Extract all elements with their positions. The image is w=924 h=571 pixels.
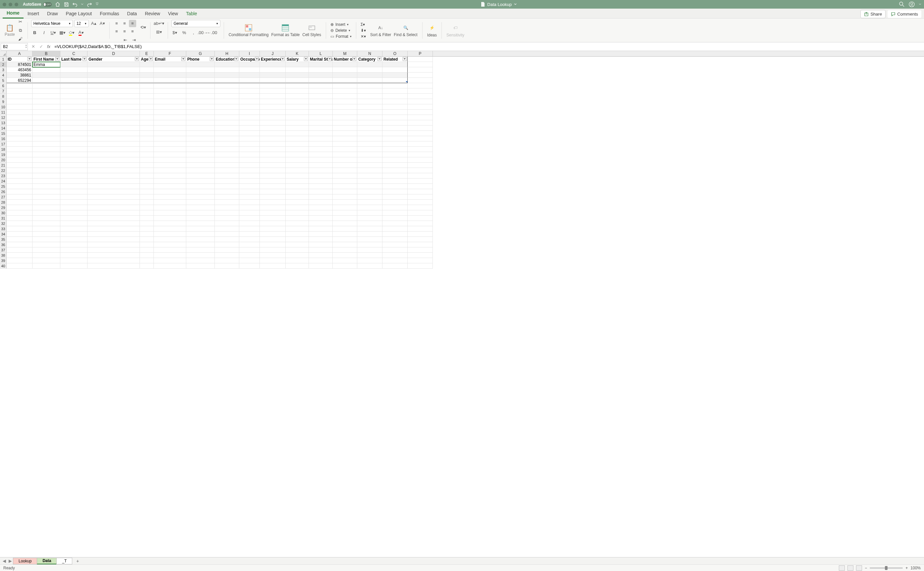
cells-group: ⊕Insert▾ ⊖Delete▾ ▭Format▾ (327, 20, 355, 41)
find-select-button[interactable]: 🔍 Find & Select (392, 23, 419, 37)
ideas-icon: ⚡ (427, 23, 436, 32)
decrease-indent-icon[interactable]: ⇤ (122, 36, 129, 44)
autosave-toggle[interactable]: OFF (43, 2, 52, 7)
window-controls (3, 3, 18, 6)
search-icon[interactable] (899, 2, 905, 7)
align-middle-icon[interactable]: ≡ (121, 20, 128, 27)
undo-dropdown-icon[interactable] (81, 2, 84, 7)
comma-icon[interactable]: , (190, 29, 197, 36)
tab-home[interactable]: Home (3, 8, 23, 19)
account-dropdown-icon[interactable] (919, 3, 921, 6)
minimize-window-button[interactable] (9, 3, 12, 6)
font-name-select[interactable]: Helvetica Neue▾ (31, 20, 73, 27)
svg-rect-7 (282, 25, 289, 26)
tab-insert[interactable]: Insert (23, 9, 43, 18)
svg-point-2 (911, 3, 913, 5)
autosum-button[interactable]: Σ▾ (360, 22, 367, 27)
ideas-button[interactable]: ⚡ Ideas (426, 23, 438, 37)
tab-review[interactable]: Review (141, 9, 164, 18)
share-button[interactable]: Share (861, 10, 885, 18)
share-icon (864, 12, 869, 17)
confirm-formula-icon[interactable]: ✓ (37, 43, 45, 50)
save-icon[interactable] (63, 2, 69, 7)
format-as-table-button[interactable]: Format as Table (270, 23, 301, 37)
font-group: Helvetica Neue▾ 12▾ A▴ A▾ B I U▾ ▦▾ ◇▾ A… (28, 20, 109, 41)
tab-table[interactable]: Table (182, 9, 201, 18)
ideas-group: ⚡ Ideas (423, 20, 441, 41)
align-bottom-icon[interactable]: ≡ (129, 20, 136, 27)
fill-color-button[interactable]: ◇▾ (68, 29, 76, 36)
comments-button[interactable]: Comments (888, 10, 921, 18)
home-icon[interactable] (55, 2, 60, 7)
underline-button[interactable]: U▾ (50, 29, 57, 36)
sensitivity-group: 🏷 Sensitivity (443, 20, 468, 41)
redo-icon[interactable] (87, 2, 92, 7)
paste-label: Paste (5, 32, 15, 37)
svg-rect-4 (246, 25, 248, 28)
alignment-group: ≡ ≡ ≡ ≡ ≡ ≡ ⟲▾ ⇤ ⇥ (110, 20, 150, 41)
cancel-formula-icon[interactable]: ✕ (29, 43, 37, 50)
tab-data[interactable]: Data (123, 9, 141, 18)
name-box-spinner[interactable]: ▴▾ (26, 44, 27, 48)
align-left-icon[interactable]: ≡ (113, 28, 120, 35)
cell-styles-icon (308, 23, 316, 32)
align-center-icon[interactable]: ≡ (121, 28, 128, 35)
italic-button[interactable]: I (40, 29, 48, 36)
qat-customize-icon[interactable] (96, 2, 99, 7)
name-box[interactable]: B2 ▴▾ (1, 43, 28, 50)
svg-point-0 (899, 2, 903, 5)
find-select-icon: 🔍 (401, 23, 410, 32)
sort-filter-button[interactable]: A↓ Sort & Filter (369, 23, 392, 37)
number-format-select[interactable]: General▾ (171, 20, 220, 27)
font-size-select[interactable]: 12▾ (74, 20, 89, 27)
account-icon[interactable] (909, 2, 915, 7)
border-button[interactable]: ▦▾ (59, 29, 66, 36)
increase-font-icon[interactable]: A▴ (90, 20, 98, 27)
bold-button[interactable]: B (31, 29, 39, 36)
sensitivity-button[interactable]: 🏷 Sensitivity (445, 23, 466, 37)
paste-button[interactable]: 📋 Paste (5, 24, 15, 37)
delete-cells-button[interactable]: ⊖Delete▾ (330, 28, 353, 33)
increase-decimal-icon[interactable]: .00→ (199, 29, 206, 36)
fill-button[interactable]: ⬇▾ (360, 28, 367, 33)
fx-label[interactable]: fx (47, 44, 50, 49)
cell-styles-button[interactable]: Cell Styles (301, 23, 322, 37)
currency-icon[interactable]: $▾ (171, 29, 179, 36)
orientation-icon[interactable]: ⟲▾ (139, 24, 147, 31)
format-cells-button[interactable]: ▭Format▾ (330, 34, 353, 39)
document-title: Data Lookup (487, 2, 512, 7)
font-color-button[interactable]: A▾ (77, 29, 85, 36)
tab-formulas[interactable]: Formulas (96, 9, 123, 18)
merge-cells-icon[interactable]: ⊞▾ (154, 28, 164, 36)
title-dropdown-icon[interactable] (514, 3, 517, 6)
formula-input[interactable] (53, 43, 924, 50)
cut-icon[interactable]: ✂ (17, 18, 24, 26)
document-title-area: Data Lookup (99, 2, 899, 7)
autosave-state: OFF (46, 3, 51, 6)
copy-icon[interactable]: ⧉ (17, 27, 24, 34)
wrap-text-icon[interactable]: ab↵▾ (154, 20, 164, 27)
conditional-formatting-button[interactable]: Conditional Formatting (228, 23, 270, 37)
close-window-button[interactable] (3, 3, 6, 6)
paste-icon: 📋 (6, 24, 14, 32)
formula-bar: B2 ▴▾ ✕ ✓ fx (0, 42, 924, 51)
format-painter-icon[interactable]: 🖌 (17, 35, 24, 43)
insert-cells-button[interactable]: ⊕Insert▾ (330, 22, 353, 27)
tab-draw[interactable]: Draw (43, 9, 62, 18)
percent-icon[interactable]: % (181, 29, 188, 36)
tab-page-layout[interactable]: Page Layout (62, 9, 96, 18)
styles-group: Conditional Formatting Format as Table C… (225, 20, 325, 41)
align-top-icon[interactable]: ≡ (113, 20, 120, 27)
number-group: General▾ $▾ % , .00→ ←.00 (169, 20, 223, 41)
zoom-window-button[interactable] (15, 3, 18, 6)
tab-view[interactable]: View (164, 9, 182, 18)
decrease-font-icon[interactable]: A▾ (99, 20, 106, 27)
undo-icon[interactable] (72, 2, 77, 7)
svg-rect-5 (249, 28, 251, 31)
clear-button[interactable]: ✕▾ (360, 34, 367, 39)
quick-access-toolbar (55, 2, 99, 7)
decrease-decimal-icon[interactable]: ←.00 (209, 29, 216, 36)
document-icon (481, 2, 485, 7)
align-right-icon[interactable]: ≡ (129, 28, 136, 35)
increase-indent-icon[interactable]: ⇥ (131, 36, 138, 44)
